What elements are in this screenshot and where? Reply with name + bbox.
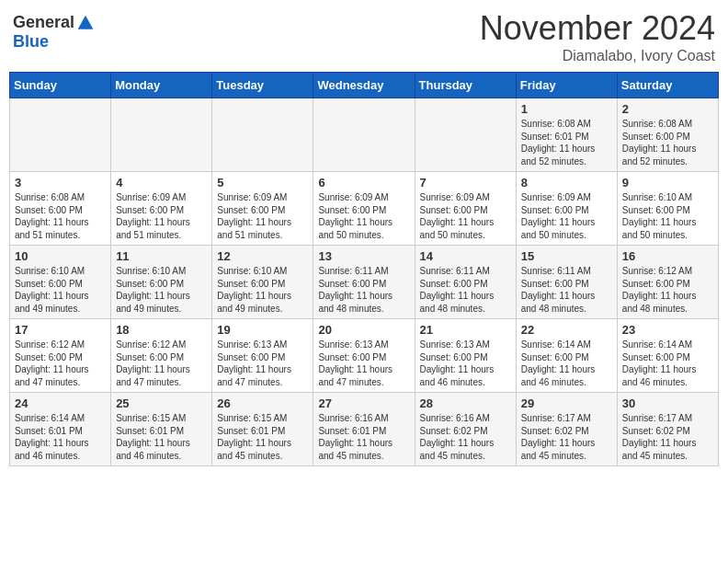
day-info: Sunrise: 6:09 AMSunset: 6:00 PMDaylight:…	[318, 191, 409, 241]
day-number: 28	[420, 396, 511, 410]
calendar-cell	[313, 98, 415, 172]
calendar-week-row: 17Sunrise: 6:12 AMSunset: 6:00 PMDayligh…	[10, 319, 719, 393]
day-info: Sunrise: 6:13 AMSunset: 6:00 PMDaylight:…	[318, 339, 409, 388]
day-info: Sunrise: 6:16 AMSunset: 6:01 PMDaylight:…	[318, 412, 409, 462]
calendar-week-row: 24Sunrise: 6:14 AMSunset: 6:01 PMDayligh…	[10, 393, 719, 466]
weekday-header: Thursday	[415, 73, 516, 98]
day-info: Sunrise: 6:11 AMSunset: 6:00 PMDaylight:…	[318, 265, 409, 315]
day-number: 20	[318, 323, 409, 337]
day-info: Sunrise: 6:08 AMSunset: 6:00 PMDaylight:…	[15, 191, 106, 241]
day-info: Sunrise: 6:17 AMSunset: 6:02 PMDaylight:…	[622, 412, 713, 462]
day-info: Sunrise: 6:12 AMSunset: 6:00 PMDaylight:…	[15, 339, 106, 388]
day-info: Sunrise: 6:12 AMSunset: 6:00 PMDaylight:…	[116, 339, 207, 388]
weekday-header: Tuesday	[212, 73, 313, 98]
calendar-cell	[10, 98, 111, 172]
calendar-cell: 23Sunrise: 6:14 AMSunset: 6:00 PMDayligh…	[617, 319, 718, 393]
calendar-cell	[415, 98, 516, 172]
day-number: 15	[521, 249, 612, 263]
weekday-header: Friday	[516, 73, 617, 98]
calendar-cell: 6Sunrise: 6:09 AMSunset: 6:00 PMDaylight…	[313, 172, 415, 246]
calendar-cell: 13Sunrise: 6:11 AMSunset: 6:00 PMDayligh…	[313, 246, 415, 319]
day-info: Sunrise: 6:13 AMSunset: 6:00 PMDaylight:…	[217, 339, 308, 388]
day-number: 8	[521, 176, 612, 190]
calendar-cell	[111, 98, 212, 172]
day-number: 17	[15, 323, 106, 337]
calendar-cell: 25Sunrise: 6:15 AMSunset: 6:01 PMDayligh…	[111, 393, 212, 466]
calendar-cell: 20Sunrise: 6:13 AMSunset: 6:00 PMDayligh…	[313, 319, 415, 393]
calendar-cell: 9Sunrise: 6:10 AMSunset: 6:00 PMDaylight…	[617, 172, 718, 246]
day-number: 9	[622, 176, 713, 190]
day-number: 2	[622, 102, 713, 116]
calendar-header-row: SundayMondayTuesdayWednesdayThursdayFrid…	[10, 73, 719, 98]
day-info: Sunrise: 6:11 AMSunset: 6:00 PMDaylight:…	[521, 265, 612, 315]
day-info: Sunrise: 6:15 AMSunset: 6:01 PMDaylight:…	[217, 412, 308, 462]
weekday-header: Saturday	[617, 73, 718, 98]
calendar-cell: 4Sunrise: 6:09 AMSunset: 6:00 PMDaylight…	[111, 172, 212, 246]
calendar-cell: 24Sunrise: 6:14 AMSunset: 6:01 PMDayligh…	[10, 393, 111, 466]
calendar-cell: 3Sunrise: 6:08 AMSunset: 6:00 PMDaylight…	[10, 172, 111, 246]
day-info: Sunrise: 6:09 AMSunset: 6:00 PMDaylight:…	[420, 191, 511, 241]
day-number: 24	[15, 396, 106, 410]
weekday-header: Monday	[111, 73, 212, 98]
calendar-cell: 14Sunrise: 6:11 AMSunset: 6:00 PMDayligh…	[415, 246, 516, 319]
day-info: Sunrise: 6:13 AMSunset: 6:00 PMDaylight:…	[420, 339, 511, 388]
weekday-header: Sunday	[10, 73, 111, 98]
day-info: Sunrise: 6:16 AMSunset: 6:02 PMDaylight:…	[420, 412, 511, 462]
day-number: 6	[318, 176, 409, 190]
day-number: 11	[116, 249, 207, 263]
calendar-cell: 22Sunrise: 6:14 AMSunset: 6:00 PMDayligh…	[516, 319, 617, 393]
day-number: 18	[116, 323, 207, 337]
calendar-cell: 15Sunrise: 6:11 AMSunset: 6:00 PMDayligh…	[516, 246, 617, 319]
day-number: 27	[318, 396, 409, 410]
title-area: November 2024 Diamalabo, Ivory Coast	[480, 9, 715, 64]
day-number: 23	[622, 323, 713, 337]
day-number: 29	[521, 396, 612, 410]
day-number: 4	[116, 176, 207, 190]
calendar-cell: 21Sunrise: 6:13 AMSunset: 6:00 PMDayligh…	[415, 319, 516, 393]
calendar-table: SundayMondayTuesdayWednesdayThursdayFrid…	[9, 72, 719, 466]
day-number: 19	[217, 323, 308, 337]
month-title: November 2024	[480, 9, 715, 48]
day-info: Sunrise: 6:08 AMSunset: 6:01 PMDaylight:…	[521, 118, 612, 167]
calendar-cell: 5Sunrise: 6:09 AMSunset: 6:00 PMDaylight…	[212, 172, 313, 246]
day-info: Sunrise: 6:14 AMSunset: 6:01 PMDaylight:…	[15, 412, 106, 462]
calendar-cell: 7Sunrise: 6:09 AMSunset: 6:00 PMDaylight…	[415, 172, 516, 246]
calendar-cell: 18Sunrise: 6:12 AMSunset: 6:00 PMDayligh…	[111, 319, 212, 393]
day-number: 3	[15, 176, 106, 190]
day-info: Sunrise: 6:10 AMSunset: 6:00 PMDaylight:…	[116, 265, 207, 315]
day-number: 21	[420, 323, 511, 337]
logo-general: General	[13, 13, 74, 32]
day-info: Sunrise: 6:08 AMSunset: 6:00 PMDaylight:…	[622, 118, 713, 167]
calendar-cell: 29Sunrise: 6:17 AMSunset: 6:02 PMDayligh…	[516, 393, 617, 466]
day-info: Sunrise: 6:10 AMSunset: 6:00 PMDaylight:…	[217, 265, 308, 315]
day-info: Sunrise: 6:09 AMSunset: 6:00 PMDaylight:…	[521, 191, 612, 241]
day-number: 10	[15, 249, 106, 263]
day-number: 16	[622, 249, 713, 263]
day-number: 22	[521, 323, 612, 337]
day-number: 1	[521, 102, 612, 116]
day-info: Sunrise: 6:14 AMSunset: 6:00 PMDaylight:…	[622, 339, 713, 388]
calendar-cell: 26Sunrise: 6:15 AMSunset: 6:01 PMDayligh…	[212, 393, 313, 466]
svg-marker-0	[78, 15, 94, 29]
day-number: 7	[420, 176, 511, 190]
logo-icon	[76, 14, 95, 32]
logo-blue: Blue	[13, 32, 49, 51]
day-info: Sunrise: 6:11 AMSunset: 6:00 PMDaylight:…	[420, 265, 511, 315]
day-info: Sunrise: 6:10 AMSunset: 6:00 PMDaylight:…	[15, 265, 106, 315]
location-title: Diamalabo, Ivory Coast	[480, 48, 715, 64]
day-number: 14	[420, 249, 511, 263]
day-info: Sunrise: 6:15 AMSunset: 6:01 PMDaylight:…	[116, 412, 207, 462]
calendar-week-row: 10Sunrise: 6:10 AMSunset: 6:00 PMDayligh…	[10, 246, 719, 319]
calendar-cell: 28Sunrise: 6:16 AMSunset: 6:02 PMDayligh…	[415, 393, 516, 466]
day-info: Sunrise: 6:09 AMSunset: 6:00 PMDaylight:…	[217, 191, 308, 241]
calendar-cell: 10Sunrise: 6:10 AMSunset: 6:00 PMDayligh…	[10, 246, 111, 319]
calendar-week-row: 1Sunrise: 6:08 AMSunset: 6:01 PMDaylight…	[10, 98, 719, 172]
day-info: Sunrise: 6:14 AMSunset: 6:00 PMDaylight:…	[521, 339, 612, 388]
page-header: General Blue November 2024 Diamalabo, Iv…	[9, 9, 719, 64]
calendar-cell: 8Sunrise: 6:09 AMSunset: 6:00 PMDaylight…	[516, 172, 617, 246]
day-number: 12	[217, 249, 308, 263]
day-number: 25	[116, 396, 207, 410]
day-number: 26	[217, 396, 308, 410]
calendar-cell	[212, 98, 313, 172]
calendar-cell: 30Sunrise: 6:17 AMSunset: 6:02 PMDayligh…	[617, 393, 718, 466]
